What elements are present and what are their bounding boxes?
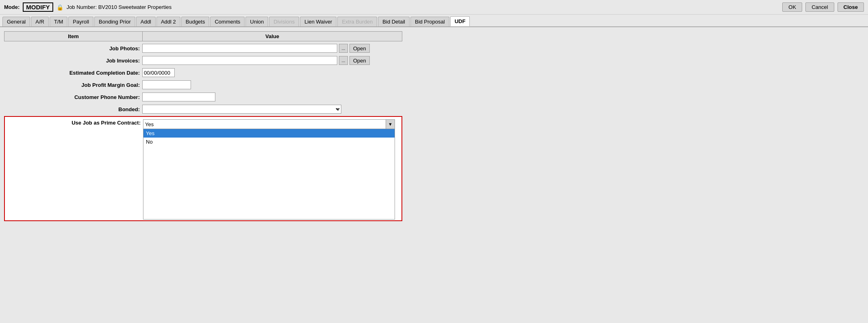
job-invoices-browse-button[interactable]: ... [339,56,348,65]
tab-extra-burden: Extra Burden [337,17,377,26]
use-job-dropdown-list: Yes No [143,129,395,220]
dropdown-spacer [143,146,395,219]
job-profit-row: Job Profit Margin Goal: [4,80,402,90]
use-job-selected-text: Yes [143,121,386,127]
est-completion-input[interactable] [142,68,175,77]
mode-value: MODIFY [23,2,53,12]
top-bar: Mode: MODIFY 🔒 Job Number: BV2010 Sweetw… [0,0,868,15]
job-photos-label: Job Photos: [4,45,142,52]
bonded-controls: ▼ [142,105,341,114]
est-completion-controls [142,68,175,77]
est-completion-label: Estimated Completion Date: [4,70,142,76]
job-photos-input[interactable] [142,44,337,53]
job-profit-label: Job Profit Margin Goal: [4,82,142,88]
use-job-dropdown-container: Use Job as Prime Contract: Yes ▼ Yes No [4,116,402,221]
job-invoices-controls: ... Open [142,56,370,65]
job-photos-open-button[interactable]: Open [349,44,370,53]
dropdown-option-no[interactable]: No [143,138,395,146]
tab-tm[interactable]: T/M [50,17,67,26]
job-photos-browse-button[interactable]: ... [339,44,348,53]
job-profit-controls [142,80,191,89]
use-job-label: Use Job as Prime Contract: [5,118,143,126]
customer-phone-label: Customer Phone Number: [4,94,142,100]
customer-phone-input[interactable] [142,93,215,101]
bonded-row: Bonded: ▼ [4,104,402,114]
close-button[interactable]: Close [838,2,864,12]
tab-udf[interactable]: UDF [450,16,470,26]
job-photos-controls: ... Open [142,44,370,53]
content-area: Item Value Job Photos: ... Open Job Invo… [0,27,868,225]
tab-lien-waiver[interactable]: Lien Waiver [300,17,336,26]
tab-bid-detail[interactable]: Bid Detail [378,17,410,26]
tab-budgets[interactable]: Budgets [181,17,210,26]
use-job-open-area: Yes ▼ Yes No [143,118,401,220]
customer-phone-controls [142,93,215,101]
job-invoices-open-button[interactable]: Open [349,56,370,65]
job-photos-row: Job Photos: ... Open [4,43,402,54]
job-invoices-label: Job Invoices: [4,58,142,64]
tab-divisions: Divisions [269,17,299,26]
col-item: Item [4,32,143,41]
cancel-button[interactable]: Cancel [805,2,834,12]
tab-union[interactable]: Union [245,17,268,26]
chevron-down-icon: ▼ [388,122,393,127]
customer-phone-row: Customer Phone Number: [4,92,402,102]
tab-addl2[interactable]: Addl 2 [156,17,180,26]
tab-addl[interactable]: Addl [136,17,156,26]
tab-bonding-prior[interactable]: Bonding Prior [94,17,135,26]
table-header: Item Value [4,31,402,41]
job-invoices-row: Job Invoices: ... Open [4,55,402,66]
job-profit-input[interactable] [142,80,191,89]
tabs-bar: General A/R T/M Payroll Bonding Prior Ad… [0,15,868,27]
use-job-row: Use Job as Prime Contract: Yes ▼ Yes No [5,117,401,220]
tab-bid-proposal[interactable]: Bid Proposal [410,17,449,26]
tab-ar[interactable]: A/R [31,17,49,26]
tab-general[interactable]: General [2,17,30,26]
use-job-dropdown-arrow[interactable]: ▼ [386,120,395,129]
job-info: Job Number: BV2010 Sweetwater Properties [67,4,779,10]
ok-button[interactable]: OK [782,2,802,12]
use-job-selected-row[interactable]: Yes ▼ [143,119,395,129]
est-completion-row: Estimated Completion Date: [4,67,402,78]
dropdown-option-yes[interactable]: Yes [143,129,395,138]
tab-payroll[interactable]: Payroll [68,17,93,26]
form-rows: Job Photos: ... Open Job Invoices: ... O… [4,43,402,114]
col-value: Value [143,32,402,41]
job-invoices-input[interactable] [142,56,337,65]
bonded-select-wrapper: ▼ [142,105,341,114]
tab-comments[interactable]: Comments [210,17,245,26]
bonded-select[interactable] [142,105,341,114]
bonded-label: Bonded: [4,106,142,112]
mode-label: Mode: [4,4,20,10]
lock-icon: 🔒 [56,4,63,11]
